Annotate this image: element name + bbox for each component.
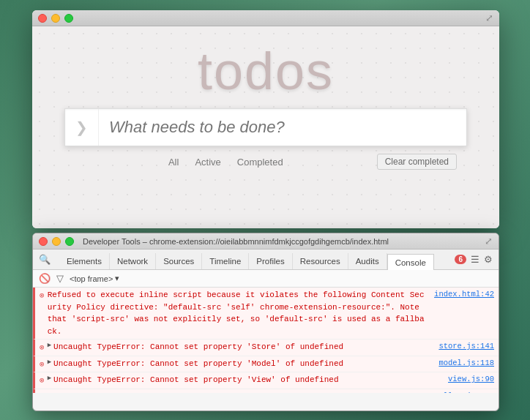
console-content: ⊗ Refused to execute inline script becau…: [33, 288, 499, 393]
expand-arrow-2[interactable]: ▶: [48, 374, 51, 384]
frame-label: <top frame>: [70, 274, 113, 283]
app-window: ⤢ todos ❯ All Active Completed Clear com…: [32, 10, 499, 228]
todo-input-area: ❯: [64, 108, 467, 146]
console-text-2: Uncaught TypeError: Cannot set property …: [53, 358, 433, 370]
todo-input[interactable]: [99, 109, 466, 146]
frame-selector[interactable]: <top frame> ▾: [70, 274, 119, 283]
console-source-3[interactable]: view.js:90: [448, 374, 494, 386]
expand-arrow-3[interactable]: ▶: [48, 391, 51, 394]
app-titlebar: ⤢: [32, 10, 499, 26]
maximize-button[interactable]: [64, 14, 73, 23]
clear-console-icon[interactable]: 🚫: [39, 273, 51, 284]
console-source-2[interactable]: model.js:118: [438, 358, 494, 370]
console-entry-policy: ⊗ Refused to execute inline script becau…: [33, 288, 499, 340]
devtools-subtoolbar: 🚫 ▽ <top frame> ▾: [33, 270, 499, 288]
toggle-all-button[interactable]: ❯: [65, 109, 99, 146]
app-content: todos ❯ All Active Completed Clear compl…: [32, 26, 499, 228]
multiline-icon[interactable]: ☰: [471, 254, 479, 265]
filter-active[interactable]: Active: [188, 154, 227, 170]
toolbar-right: 6 ☰ ⚙: [455, 254, 493, 265]
console-text-1: Uncaught TypeError: Cannot set property …: [53, 341, 433, 353]
devtools-window: Developer Tools – chrome-extension://oie…: [32, 233, 499, 411]
error-circle-icon-3: ⊗: [40, 375, 45, 387]
devtools-title: Developer Tools – chrome-extension://oie…: [83, 237, 493, 246]
console-text-3: Uncaught TypeError: Cannot set property …: [53, 374, 442, 386]
expand-arrow-0[interactable]: ▶: [48, 341, 51, 351]
tab-profiles[interactable]: Profiles: [249, 253, 292, 269]
app-title: todos: [198, 41, 334, 101]
error-circle-icon-4: ⊗: [40, 391, 45, 394]
chevron-down-icon: ❯: [75, 119, 88, 136]
filter-links: All Active Completed: [75, 154, 377, 170]
close-button[interactable]: [38, 14, 47, 23]
console-source-0[interactable]: index.html:42: [434, 289, 494, 301]
tab-console[interactable]: Console: [387, 254, 434, 270]
error-count-badge: 6: [455, 255, 466, 264]
minimize-button[interactable]: [51, 14, 60, 23]
tab-audits[interactable]: Audits: [348, 253, 387, 269]
devtools-tabs: Elements Network Sources Timeline Profil…: [59, 250, 434, 269]
filter-icon[interactable]: ▽: [56, 273, 64, 284]
tab-timeline[interactable]: Timeline: [202, 253, 249, 269]
devtools-close-button[interactable]: [39, 237, 48, 246]
tab-network[interactable]: Network: [110, 253, 156, 269]
error-circle-icon-2: ⊗: [40, 359, 45, 371]
fullscreen-icon[interactable]: ⤢: [485, 12, 493, 23]
devtools-fullscreen-icon[interactable]: ⤢: [485, 236, 493, 247]
settings-icon[interactable]: ⚙: [484, 254, 493, 265]
tab-sources[interactable]: Sources: [156, 253, 202, 269]
console-text-4: Uncaught TypeError: Cannot set property …: [53, 391, 410, 394]
console-policy-text: Refused to execute inline script because…: [48, 289, 428, 337]
filter-all[interactable]: All: [162, 154, 185, 170]
console-entry-3: ⊗ ▶ Uncaught TypeError: Cannot set prope…: [33, 389, 499, 394]
devtools-toolbar: 🔍 Elements Network Sources Timeline Prof…: [33, 250, 499, 270]
devtools-titlebar: Developer Tools – chrome-extension://oie…: [33, 233, 499, 250]
tab-resources[interactable]: Resources: [293, 253, 348, 269]
todo-footer: All Active Completed Clear completed: [64, 148, 467, 176]
error-circle-icon-1: ⊗: [40, 342, 45, 354]
console-entry-2: ⊗ ▶ Uncaught TypeError: Cannot set prope…: [33, 372, 499, 389]
filter-completed[interactable]: Completed: [231, 154, 290, 170]
console-source-4[interactable]: controller.js:341: [416, 391, 494, 394]
devtools-minimize-button[interactable]: [52, 237, 61, 246]
console-entry-1: ⊗ ▶ Uncaught TypeError: Cannot set prope…: [33, 356, 499, 373]
tab-elements[interactable]: Elements: [59, 253, 110, 269]
expand-arrow-1[interactable]: ▶: [48, 358, 51, 368]
error-circle-icon: ⊗: [40, 290, 45, 302]
devtools-maximize-button[interactable]: [65, 237, 74, 246]
console-entry-0: ⊗ ▶ Uncaught TypeError: Cannot set prope…: [33, 340, 499, 356]
frame-chevron-icon: ▾: [115, 274, 119, 283]
console-source-1[interactable]: store.js:141: [438, 341, 494, 353]
search-icon[interactable]: 🔍: [39, 254, 51, 265]
clear-completed-button[interactable]: Clear completed: [377, 154, 457, 170]
